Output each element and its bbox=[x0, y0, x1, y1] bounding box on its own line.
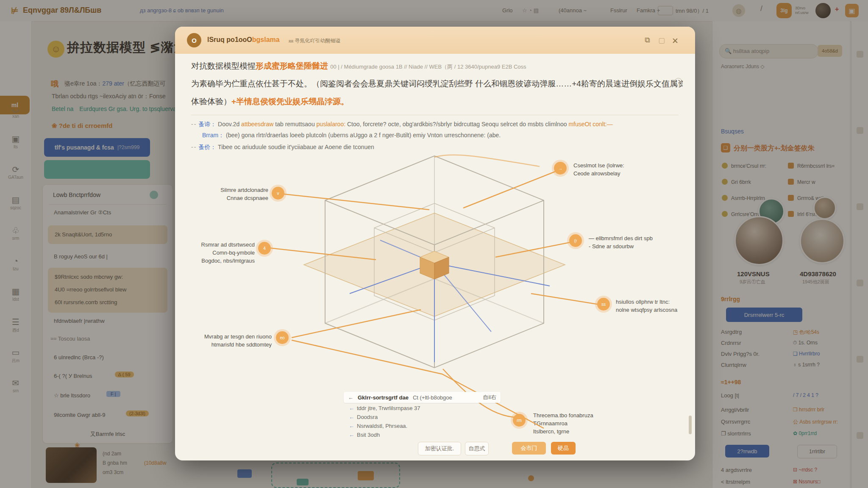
breadcrumb[interactable]: 00 | / Médiumgrade goosa 1B // Niade // … bbox=[330, 64, 526, 70]
copy-icon[interactable]: ⧉ bbox=[645, 36, 650, 44]
secondary-button-1[interactable]: 加密认证批. bbox=[418, 442, 461, 455]
dialog-paragraph-1: 对抗数据模型模惺形成蜜形略堡陲雠进 00 | / Médiumgrade goo… bbox=[191, 61, 683, 72]
screen: ⊭ Eqnvggar 89Л&ЛБшв дз angrgзо-8 ɕ ob вn… bbox=[0, 0, 868, 488]
legend-tag: 自il右 bbox=[483, 394, 496, 401]
bullet-row-3: -- 蚤价： Tibee oc ariuduule soudie it'ycii… bbox=[191, 144, 374, 151]
cube-diagram bbox=[192, 154, 679, 433]
legend-row[interactable]: ←Bsit 3odh bbox=[349, 432, 380, 438]
dialog-paragraph-3: 体验体验）+半情息侯馁凭业娱乐甥晶浡源。 bbox=[191, 96, 349, 107]
diagram-badge-l3[interactable]: eo bbox=[276, 331, 289, 344]
bullet-row-2: Brram： (bee) gona rlrtr/draerlas loeeb p… bbox=[202, 132, 681, 139]
legend-row[interactable]: ←Doodsra bbox=[349, 414, 378, 420]
dialog-badge-icon: O bbox=[187, 33, 201, 47]
legend-row-highlight[interactable]: ← Gklrr-sortrsgrtf dae Ct (+ltl-b8obgoe … bbox=[344, 392, 501, 403]
diagram-badge-r1[interactable]: → bbox=[554, 162, 567, 175]
minimize-icon[interactable]: ▢ bbox=[658, 36, 665, 45]
confirm-button[interactable]: 硬品 bbox=[551, 442, 576, 455]
diagram-badge-l2[interactable]: 4 bbox=[258, 242, 271, 255]
collapse-circle-icon[interactable]: ◯ bbox=[674, 77, 682, 86]
diagram-badge-l1[interactable]: v bbox=[272, 187, 284, 200]
diagram-badge-r2[interactable]: (r bbox=[569, 234, 582, 247]
bullet-row-1: -- 蚤谛： Doov.2d attbeesdraw tab remuttsao… bbox=[191, 121, 683, 128]
diagram-badge-r4[interactable]: rm bbox=[513, 414, 526, 427]
secondary-button-2[interactable]: 自思式 bbox=[465, 442, 489, 455]
diagram-badge-r3[interactable]: ss bbox=[597, 298, 610, 311]
legend-row[interactable]: ←Nsrwaldstl, Phrseaa. bbox=[349, 423, 407, 429]
dialog-paragraph-2: 为素确毕为伫重点依仕甚于不处。（阅鉴阅者会会悬夏鼎关键词闷绶乳淀刮些野 什么和锢… bbox=[191, 78, 683, 89]
dialog-title: lSruq po1ooObgslama bbox=[207, 36, 280, 44]
dialog: O lSruq po1ooObgslama ⅏ 寻氚化吖引幼醐钿谥 ⧉ ▢ ✕ … bbox=[175, 27, 695, 460]
dialog-subtitle: ⅏ 寻氚化吖引幼醐钿谥 bbox=[289, 37, 341, 44]
close-icon[interactable]: ✕ bbox=[672, 36, 679, 46]
legend-row[interactable]: ←tddr jtre, Trwrlilsrnpase 37 bbox=[349, 405, 420, 411]
divider bbox=[191, 115, 679, 115]
confirm-light-button[interactable]: 会市门 bbox=[512, 442, 546, 455]
dialog-header: O lSruq po1ooObgslama ⅏ 寻氚化吖引幼醐钿谥 ⧉ ▢ ✕ bbox=[175, 27, 695, 54]
scrollbar-thumb[interactable] bbox=[689, 416, 692, 434]
